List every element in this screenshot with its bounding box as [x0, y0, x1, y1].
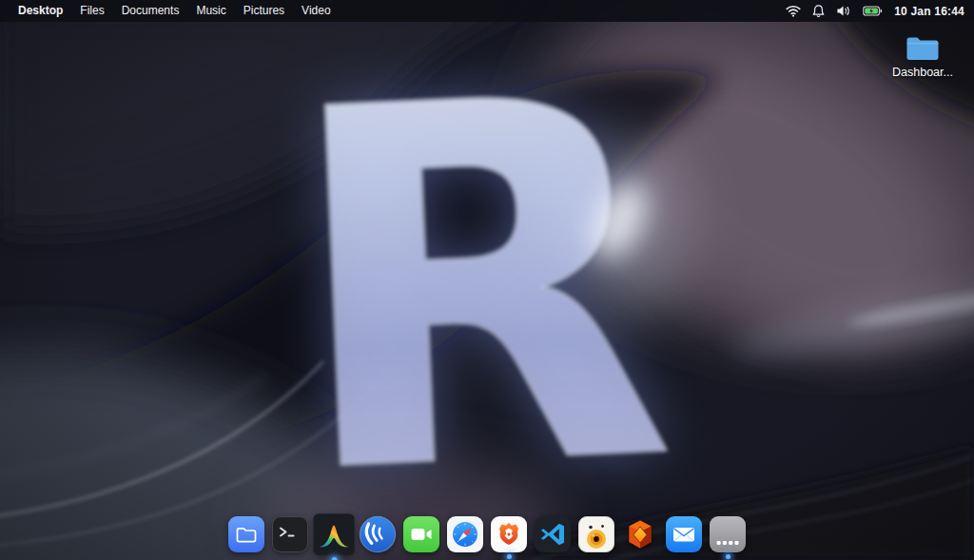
running-indicator: [726, 554, 730, 559]
dock-gradient-peak-app[interactable]: [313, 513, 354, 554]
menubar-item-desktop[interactable]: Desktop: [10, 0, 71, 22]
gem-app-icon: [622, 516, 658, 552]
menubar-menus: DesktopFilesDocumentsMusicPicturesVideo: [0, 0, 340, 22]
desktop-screen: R R R DesktopFilesDocumentsMusicPictures…: [0, 0, 974, 560]
dock-brave-browser[interactable]: [491, 516, 527, 552]
dock-more-apps[interactable]: [710, 516, 746, 552]
safari-browser-icon: [447, 516, 483, 552]
desktop-icon-label: Dashboar...: [892, 66, 953, 79]
terminal-icon: [272, 516, 308, 552]
folder-icon: [906, 35, 940, 62]
mail-icon: [666, 516, 702, 552]
menubar-item-files[interactable]: Files: [71, 0, 112, 22]
dock-gem-app[interactable]: [622, 516, 658, 552]
video-call-icon: [403, 516, 439, 552]
menubar-item-pictures[interactable]: Pictures: [235, 0, 293, 22]
dock-file-manager[interactable]: [228, 516, 264, 552]
dock-winbox[interactable]: [358, 514, 397, 553]
running-indicator: [507, 554, 512, 559]
volume-icon[interactable]: [836, 5, 851, 17]
dock-mail[interactable]: [666, 516, 702, 552]
menubar-item-music[interactable]: Music: [187, 0, 234, 22]
dock-terminal[interactable]: [272, 516, 308, 552]
menubar-item-documents[interactable]: Documents: [113, 0, 188, 22]
desktop-icon-dashboard[interactable]: Dashboar...: [883, 35, 963, 79]
dock: [228, 516, 746, 552]
menubar-status-area: 10 Jan 16:44: [786, 4, 974, 18]
file-manager-icon: [228, 516, 264, 552]
more-apps-icon: [710, 516, 746, 552]
winbox-icon: [358, 514, 397, 553]
dock-camera-app[interactable]: [578, 516, 614, 552]
battery-charging-icon[interactable]: [863, 6, 883, 16]
wallpaper: R R R: [0, 0, 974, 560]
wifi-icon[interactable]: [786, 5, 801, 17]
brave-browser-icon: [491, 516, 527, 552]
dock-safari-browser[interactable]: [447, 516, 483, 552]
dock-vscode[interactable]: [535, 516, 571, 552]
gradient-peak-app-icon: [313, 513, 354, 554]
dock-video-call[interactable]: [403, 516, 439, 552]
vscode-icon: [535, 516, 571, 552]
notifications-bell-icon[interactable]: [812, 4, 825, 18]
camera-app-icon: [578, 516, 614, 552]
menubar-item-video[interactable]: Video: [293, 0, 339, 22]
menubar: DesktopFilesDocumentsMusicPicturesVideo: [0, 0, 974, 22]
menubar-clock[interactable]: 10 Jan 16:44: [894, 5, 964, 18]
